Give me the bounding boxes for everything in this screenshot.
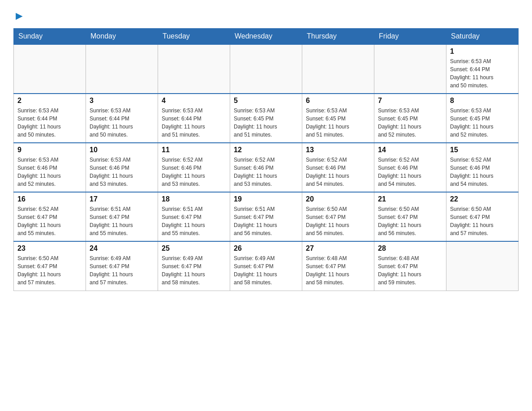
day-number: 17 bbox=[90, 195, 154, 203]
day-number: 2 bbox=[17, 97, 82, 105]
week-row-5: 23Sunrise: 6:50 AMSunset: 6:47 PMDayligh… bbox=[14, 241, 519, 291]
day-info: Sunrise: 6:51 AMSunset: 6:47 PMDaylight:… bbox=[234, 205, 298, 237]
day-number: 23 bbox=[17, 244, 82, 253]
day-info: Sunrise: 6:53 AMSunset: 6:45 PMDaylight:… bbox=[234, 107, 298, 139]
day-info: Sunrise: 6:48 AMSunset: 6:47 PMDaylight:… bbox=[378, 254, 442, 287]
calendar-cell: 12Sunrise: 6:52 AMSunset: 6:46 PMDayligh… bbox=[230, 143, 302, 192]
day-number: 15 bbox=[450, 146, 515, 154]
week-row-3: 9Sunrise: 6:53 AMSunset: 6:46 PMDaylight… bbox=[14, 143, 519, 192]
calendar-cell: 1Sunrise: 6:53 AMSunset: 6:44 PMDaylight… bbox=[446, 44, 519, 94]
calendar-cell: 22Sunrise: 6:50 AMSunset: 6:47 PMDayligh… bbox=[446, 192, 519, 241]
day-number: 13 bbox=[306, 146, 370, 154]
day-info: Sunrise: 6:53 AMSunset: 6:45 PMDaylight:… bbox=[306, 107, 370, 139]
day-info: Sunrise: 6:53 AMSunset: 6:45 PMDaylight:… bbox=[378, 107, 442, 139]
page-header: ► bbox=[13, 9, 519, 21]
calendar-cell: 16Sunrise: 6:52 AMSunset: 6:47 PMDayligh… bbox=[14, 192, 86, 241]
calendar-cell: 14Sunrise: 6:52 AMSunset: 6:46 PMDayligh… bbox=[374, 143, 446, 192]
day-number: 5 bbox=[234, 97, 298, 105]
calendar-cell: 13Sunrise: 6:52 AMSunset: 6:46 PMDayligh… bbox=[302, 143, 374, 192]
day-info: Sunrise: 6:53 AMSunset: 6:46 PMDaylight:… bbox=[17, 156, 82, 188]
calendar-cell: 5Sunrise: 6:53 AMSunset: 6:45 PMDaylight… bbox=[230, 94, 302, 143]
weekday-header-monday: Monday bbox=[86, 29, 158, 45]
day-number: 7 bbox=[378, 97, 442, 105]
day-number: 10 bbox=[90, 146, 154, 154]
logo-blue-text: ► bbox=[13, 9, 25, 23]
calendar-cell bbox=[230, 44, 302, 94]
day-info: Sunrise: 6:51 AMSunset: 6:47 PMDaylight:… bbox=[162, 205, 226, 237]
day-info: Sunrise: 6:53 AMSunset: 6:44 PMDaylight:… bbox=[450, 57, 515, 90]
weekday-header-saturday: Saturday bbox=[446, 29, 519, 45]
day-info: Sunrise: 6:49 AMSunset: 6:47 PMDaylight:… bbox=[90, 254, 154, 287]
calendar-cell: 9Sunrise: 6:53 AMSunset: 6:46 PMDaylight… bbox=[14, 143, 86, 192]
weekday-header-thursday: Thursday bbox=[302, 29, 374, 45]
day-info: Sunrise: 6:53 AMSunset: 6:44 PMDaylight:… bbox=[90, 107, 154, 139]
day-number: 11 bbox=[162, 146, 226, 154]
day-number: 26 bbox=[234, 244, 298, 253]
calendar-cell: 18Sunrise: 6:51 AMSunset: 6:47 PMDayligh… bbox=[158, 192, 230, 241]
calendar-cell bbox=[302, 44, 374, 94]
weekday-header-row: SundayMondayTuesdayWednesdayThursdayFrid… bbox=[14, 29, 519, 45]
day-info: Sunrise: 6:52 AMSunset: 6:46 PMDaylight:… bbox=[450, 156, 515, 188]
calendar-cell bbox=[446, 241, 519, 291]
day-info: Sunrise: 6:49 AMSunset: 6:47 PMDaylight:… bbox=[234, 254, 298, 287]
day-info: Sunrise: 6:52 AMSunset: 6:46 PMDaylight:… bbox=[306, 156, 370, 188]
week-row-4: 16Sunrise: 6:52 AMSunset: 6:47 PMDayligh… bbox=[14, 192, 519, 241]
day-number: 9 bbox=[17, 146, 82, 154]
day-info: Sunrise: 6:53 AMSunset: 6:44 PMDaylight:… bbox=[162, 107, 226, 139]
calendar-cell: 8Sunrise: 6:53 AMSunset: 6:45 PMDaylight… bbox=[446, 94, 519, 143]
calendar-cell: 2Sunrise: 6:53 AMSunset: 6:44 PMDaylight… bbox=[14, 94, 86, 143]
weekday-header-wednesday: Wednesday bbox=[230, 29, 302, 45]
calendar-cell: 25Sunrise: 6:49 AMSunset: 6:47 PMDayligh… bbox=[158, 241, 230, 291]
week-row-2: 2Sunrise: 6:53 AMSunset: 6:44 PMDaylight… bbox=[14, 94, 519, 143]
day-info: Sunrise: 6:50 AMSunset: 6:47 PMDaylight:… bbox=[306, 205, 370, 237]
calendar-cell: 21Sunrise: 6:50 AMSunset: 6:47 PMDayligh… bbox=[374, 192, 446, 241]
day-number: 21 bbox=[378, 195, 442, 203]
day-number: 6 bbox=[306, 97, 370, 105]
day-info: Sunrise: 6:51 AMSunset: 6:47 PMDaylight:… bbox=[90, 205, 154, 237]
calendar-cell: 6Sunrise: 6:53 AMSunset: 6:45 PMDaylight… bbox=[302, 94, 374, 143]
calendar-cell bbox=[86, 44, 158, 94]
weekday-header-tuesday: Tuesday bbox=[158, 29, 230, 45]
calendar-cell: 17Sunrise: 6:51 AMSunset: 6:47 PMDayligh… bbox=[86, 192, 158, 241]
logo: ► bbox=[13, 9, 25, 21]
calendar-cell: 4Sunrise: 6:53 AMSunset: 6:44 PMDaylight… bbox=[158, 94, 230, 143]
day-info: Sunrise: 6:52 AMSunset: 6:46 PMDaylight:… bbox=[234, 156, 298, 188]
day-number: 19 bbox=[234, 195, 298, 203]
day-number: 22 bbox=[450, 195, 515, 203]
day-number: 1 bbox=[450, 47, 515, 56]
day-number: 24 bbox=[90, 244, 154, 253]
week-row-1: 1Sunrise: 6:53 AMSunset: 6:44 PMDaylight… bbox=[14, 44, 519, 94]
calendar-cell: 27Sunrise: 6:48 AMSunset: 6:47 PMDayligh… bbox=[302, 241, 374, 291]
calendar-cell bbox=[374, 44, 446, 94]
day-number: 25 bbox=[162, 244, 226, 253]
day-info: Sunrise: 6:52 AMSunset: 6:47 PMDaylight:… bbox=[17, 205, 82, 237]
calendar-cell: 24Sunrise: 6:49 AMSunset: 6:47 PMDayligh… bbox=[86, 241, 158, 291]
day-number: 12 bbox=[234, 146, 298, 154]
day-info: Sunrise: 6:53 AMSunset: 6:45 PMDaylight:… bbox=[450, 107, 515, 139]
weekday-header-friday: Friday bbox=[374, 29, 446, 45]
day-number: 3 bbox=[90, 97, 154, 105]
calendar-cell: 23Sunrise: 6:50 AMSunset: 6:47 PMDayligh… bbox=[14, 241, 86, 291]
day-info: Sunrise: 6:52 AMSunset: 6:46 PMDaylight:… bbox=[162, 156, 226, 188]
calendar-cell: 3Sunrise: 6:53 AMSunset: 6:44 PMDaylight… bbox=[86, 94, 158, 143]
day-number: 4 bbox=[162, 97, 226, 105]
calendar-table: SundayMondayTuesdayWednesdayThursdayFrid… bbox=[13, 28, 519, 291]
calendar-cell: 11Sunrise: 6:52 AMSunset: 6:46 PMDayligh… bbox=[158, 143, 230, 192]
calendar-cell: 10Sunrise: 6:53 AMSunset: 6:46 PMDayligh… bbox=[86, 143, 158, 192]
calendar-cell: 15Sunrise: 6:52 AMSunset: 6:46 PMDayligh… bbox=[446, 143, 519, 192]
calendar-cell: 28Sunrise: 6:48 AMSunset: 6:47 PMDayligh… bbox=[374, 241, 446, 291]
calendar-cell bbox=[14, 44, 86, 94]
calendar-cell: 19Sunrise: 6:51 AMSunset: 6:47 PMDayligh… bbox=[230, 192, 302, 241]
day-info: Sunrise: 6:53 AMSunset: 6:46 PMDaylight:… bbox=[90, 156, 154, 188]
weekday-header-sunday: Sunday bbox=[14, 29, 86, 45]
day-number: 14 bbox=[378, 146, 442, 154]
day-number: 20 bbox=[306, 195, 370, 203]
calendar-cell: 7Sunrise: 6:53 AMSunset: 6:45 PMDaylight… bbox=[374, 94, 446, 143]
day-info: Sunrise: 6:49 AMSunset: 6:47 PMDaylight:… bbox=[162, 254, 226, 287]
day-number: 8 bbox=[450, 97, 515, 105]
day-number: 27 bbox=[306, 244, 370, 253]
calendar-cell: 26Sunrise: 6:49 AMSunset: 6:47 PMDayligh… bbox=[230, 241, 302, 291]
day-info: Sunrise: 6:50 AMSunset: 6:47 PMDaylight:… bbox=[450, 205, 515, 237]
day-info: Sunrise: 6:50 AMSunset: 6:47 PMDaylight:… bbox=[378, 205, 442, 237]
day-info: Sunrise: 6:48 AMSunset: 6:47 PMDaylight:… bbox=[306, 254, 370, 287]
